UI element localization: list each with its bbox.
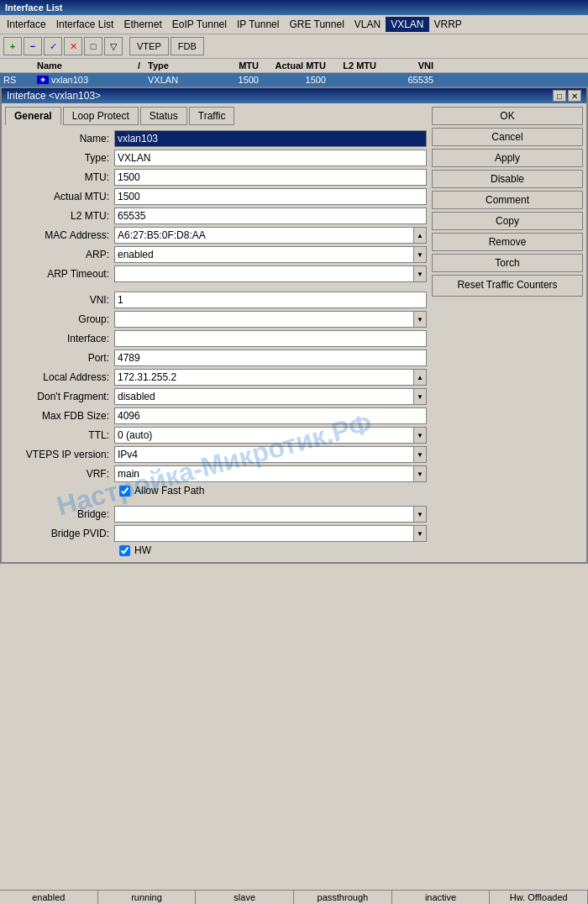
input-port[interactable] — [114, 350, 427, 366]
input-arp[interactable] — [114, 246, 413, 263]
menu-item-ethernet[interactable]: Ethernet — [118, 17, 166, 32]
menu-item-vxlan[interactable]: VXLAN — [386, 17, 428, 32]
label-bridge: Bridge: — [5, 508, 114, 520]
title-bar: Interface List — [0, 0, 588, 15]
input-arp-timeout[interactable] — [114, 265, 413, 282]
field-ttl: TTL: ▼ — [5, 427, 427, 444]
dialog-restore-button[interactable]: □ — [553, 90, 566, 102]
status-inactive: inactive — [392, 891, 491, 904]
input-mtu[interactable] — [114, 169, 427, 186]
checkbox-allow-fast-path[interactable] — [119, 486, 130, 497]
field-bridge: Bridge: ▼ — [5, 506, 427, 523]
menu-item-gre-tunnel[interactable]: GRE Tunnel — [284, 17, 349, 32]
vxlan-icon: ◈ — [37, 76, 49, 84]
input-group[interactable] — [114, 311, 413, 328]
field-bridge-pvid: Bridge PVID: ▼ — [5, 525, 427, 542]
table-row[interactable]: RS ◈ vxlan103 VXLAN 1500 1500 65535 — [0, 73, 588, 87]
dialog-left: General Loop Protect Status Traffic Name… — [5, 107, 427, 559]
row-name: ◈ vxlan103 — [37, 75, 138, 85]
vteps-ip-dropdown-btn[interactable]: ▼ — [413, 446, 427, 463]
field-local-address: Local Address: ▲ — [5, 369, 427, 386]
input-max-fdb[interactable] — [114, 407, 427, 424]
label-type: Type: — [5, 152, 114, 164]
cross-button[interactable]: ✕ — [64, 37, 82, 55]
row-actual-mtu: 1500 — [265, 75, 333, 85]
dialog-titlebar: Interface <vxlan103> □ ✕ — [2, 88, 586, 103]
input-type — [114, 150, 427, 166]
mac-dropdown-btn[interactable]: ▲ — [413, 227, 427, 244]
row-vni: 65535 — [383, 75, 433, 85]
disable-button[interactable]: Disable — [432, 170, 583, 188]
input-dont-fragment[interactable] — [114, 388, 413, 405]
dialog-body: General Loop Protect Status Traffic Name… — [2, 103, 586, 562]
status-running: running — [98, 891, 197, 904]
input-bridge[interactable] — [114, 506, 413, 523]
local-address-dropdown-btn[interactable]: ▲ — [413, 369, 427, 386]
title-label: Interface List — [5, 3, 62, 13]
input-local-address[interactable] — [114, 369, 413, 386]
label-arp: ARP: — [5, 249, 114, 260]
input-name[interactable] — [114, 130, 427, 147]
remove-button[interactable]: − — [24, 37, 42, 55]
menu-item-ip-tunnel[interactable]: IP Tunnel — [232, 17, 284, 32]
field-arp: ARP: ▼ — [5, 246, 427, 263]
input-vteps-ip[interactable] — [114, 446, 413, 463]
reset-traffic-button[interactable]: Reset Traffic Counters — [432, 275, 583, 297]
field-interface: Interface: — [5, 330, 427, 347]
arp-dropdown-btn[interactable]: ▼ — [413, 246, 427, 263]
label-mtu: MTU: — [5, 171, 114, 183]
checkbox-hw-row: HW — [119, 544, 427, 556]
torch-button[interactable]: Torch — [432, 254, 583, 272]
input-vrf[interactable] — [114, 465, 413, 482]
group-dropdown-btn[interactable]: ▼ — [413, 311, 427, 328]
menu-item-eoip-tunnel[interactable]: EoIP Tunnel — [167, 17, 232, 32]
input-vni[interactable] — [114, 292, 427, 308]
label-l2-mtu: L2 MTU: — [5, 210, 114, 222]
field-actual-mtu: Actual MTU: — [5, 188, 427, 205]
ttl-dropdown-btn[interactable]: ▼ — [413, 427, 427, 444]
menu-item-vlan[interactable]: VLAN — [349, 17, 386, 32]
tab-loop-protect[interactable]: Loop Protect — [63, 107, 139, 125]
dont-fragment-dropdown-btn[interactable]: ▼ — [413, 388, 427, 405]
field-dont-fragment: Don't Fragment: ▼ — [5, 388, 427, 405]
status-bar: enabled running slave passthrough inacti… — [0, 890, 588, 904]
interface-dialog: Interface <vxlan103> □ ✕ Настройка-Микро… — [0, 87, 588, 564]
fdb-button[interactable]: FDB — [171, 37, 204, 55]
remove-button-dialog[interactable]: Remove — [432, 233, 583, 251]
input-mac[interactable] — [114, 227, 413, 244]
row-mtu: 1500 — [215, 75, 265, 85]
label-dont-fragment: Don't Fragment: — [5, 391, 114, 402]
bridge-dropdown-btn[interactable]: ▼ — [413, 506, 427, 523]
label-bridge-pvid: Bridge PVID: — [5, 528, 114, 539]
label-actual-mtu: Actual MTU: — [5, 191, 114, 202]
copy-button[interactable]: Copy — [432, 212, 583, 230]
comment-button[interactable]: Comment — [432, 191, 583, 209]
ok-button[interactable]: OK — [432, 107, 583, 125]
label-vni: VNI: — [5, 294, 114, 306]
tab-status[interactable]: Status — [140, 107, 187, 125]
menu-item-interface-list[interactable]: Interface List — [51, 17, 119, 32]
input-bridge-pvid[interactable] — [114, 525, 413, 542]
menu-item-vrrp[interactable]: VRRP — [429, 17, 467, 32]
bridge-pvid-dropdown-btn[interactable]: ▼ — [413, 525, 427, 542]
arp-timeout-dropdown-btn[interactable]: ▼ — [413, 265, 427, 282]
vrf-dropdown-btn[interactable]: ▼ — [413, 465, 427, 482]
tab-traffic[interactable]: Traffic — [189, 107, 235, 125]
input-interface[interactable] — [114, 330, 427, 347]
cancel-button[interactable]: Cancel — [432, 128, 583, 146]
status-slave: slave — [196, 891, 294, 904]
menu-item-interface[interactable]: Interface — [2, 17, 51, 32]
tab-general[interactable]: General — [5, 107, 61, 125]
apply-button[interactable]: Apply — [432, 149, 583, 167]
filter-button[interactable]: ▽ — [104, 37, 123, 55]
copy-toolbar-button[interactable]: □ — [84, 37, 102, 55]
label-hw: HW — [134, 544, 151, 556]
dialog-close-button[interactable]: ✕ — [568, 90, 581, 102]
vtep-button[interactable]: VTEP — [129, 37, 169, 55]
check-button[interactable]: ✓ — [44, 37, 62, 55]
label-group: Group: — [5, 313, 114, 325]
field-type: Type: — [5, 150, 427, 166]
add-button[interactable]: + — [3, 37, 22, 55]
input-ttl[interactable] — [114, 427, 413, 444]
checkbox-hw[interactable] — [119, 545, 130, 556]
